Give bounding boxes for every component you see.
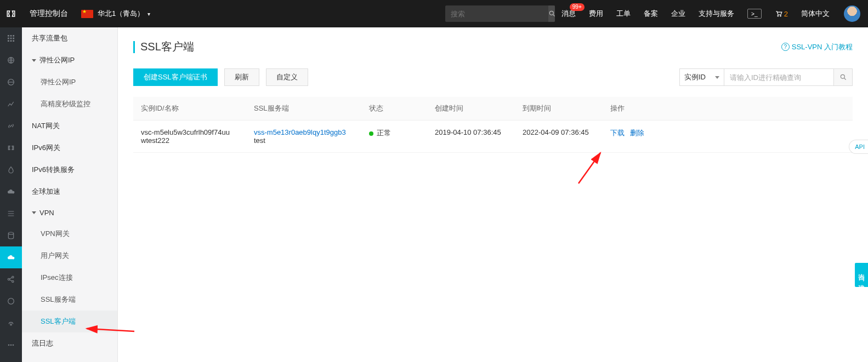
nav-messages[interactable]: 消息 99+ [555, 0, 582, 27]
sidebar-item-hp-monitor[interactable]: 高精度秒级监控 [22, 93, 117, 115]
svg-rect-6 [13, 35, 14, 37]
top-header: 管理控制台 华北1（青岛） ▾ 消息 99+ 费用 工单 备案 企业 支持与服务… [0, 0, 868, 27]
create-button[interactable]: 创建SSL客户端证书 [133, 68, 218, 86]
main-content: SSL客户端 ? SSL-VPN 入门教程 创建SSL客户端证书 刷新 自定义 … [118, 27, 868, 362]
chevron-down-icon: ▾ [147, 11, 150, 17]
sidebar-item-vpn-gw[interactable]: VPN网关 [22, 223, 117, 245]
nav-enterprise[interactable]: 企业 [665, 0, 692, 27]
col-create-time: 创建时间 [429, 97, 517, 120]
status-dot-icon [369, 131, 373, 136]
rail-globe3-icon[interactable] [0, 290, 22, 312]
instance-id: vsc-m5elu5w3cufrlh09f74uu [141, 128, 243, 136]
page-title: SSL客户端 [140, 39, 781, 54]
rail-more-icon[interactable] [0, 334, 22, 356]
rail-db-icon[interactable] [0, 225, 22, 246]
sidebar-group-label: 弹性公网IP [39, 55, 75, 65]
console-label[interactable]: 管理控制台 [22, 9, 76, 19]
svg-point-21 [8, 344, 10, 346]
sidebar-group-eip[interactable]: 弹性公网IP [22, 49, 117, 71]
brand-logo[interactable] [0, 0, 22, 27]
nav-language[interactable]: 简体中文 [795, 0, 836, 27]
ssl-server-name: test [254, 136, 358, 145]
svg-point-24 [841, 74, 844, 78]
rail-link-icon[interactable] [0, 115, 22, 137]
delete-link[interactable]: 删除 [630, 129, 644, 137]
svg-rect-9 [13, 38, 14, 39]
filter-search-button[interactable] [834, 68, 853, 86]
sidebar-group-vpn[interactable]: VPN [22, 203, 117, 223]
region-selector[interactable]: 华北1（青岛） ▾ [76, 9, 156, 19]
ssl-server-link[interactable]: vss-m5e13r0aeb9lqy1t9ggb3 [254, 128, 358, 136]
rail-globe2-icon[interactable] [0, 71, 22, 93]
chevron-down-icon [715, 76, 719, 79]
sidebar-item-global-accel[interactable]: 全球加速 [22, 181, 117, 203]
rail-share-icon[interactable] [0, 268, 22, 290]
rail-cloud-active-icon[interactable] [0, 246, 22, 268]
svg-point-15 [8, 232, 13, 234]
feedback-tab[interactable]: 咨询·建议 [855, 263, 868, 287]
col-id-name: 实例ID/名称 [133, 97, 248, 120]
col-ssl-server: SSL服务端 [248, 97, 364, 120]
sidebar-item-shared-flow[interactable]: 共享流量包 [22, 27, 117, 49]
svg-point-2 [778, 15, 779, 16]
sidebar-item-ssl-server[interactable]: SSL服务端 [22, 289, 117, 311]
rail-misc-icon[interactable] [0, 312, 22, 334]
customize-button[interactable]: 自定义 [266, 68, 308, 86]
nav-cart[interactable]: 2 [768, 0, 795, 27]
nav-ticket[interactable]: 工单 [610, 0, 637, 27]
sidebar-item-eip[interactable]: 弹性公网IP [22, 71, 117, 93]
avatar[interactable] [844, 5, 860, 22]
toolbar: 创建SSL客户端证书 刷新 自定义 实例ID [133, 68, 853, 86]
nav-support[interactable]: 支持与服务 [692, 0, 741, 27]
sidebar-item-user-gw[interactable]: 用户网关 [22, 245, 117, 267]
nav-billing[interactable]: 费用 [582, 0, 610, 27]
svg-point-3 [780, 15, 781, 16]
help-icon: ? [781, 43, 790, 51]
flag-icon [81, 10, 93, 18]
svg-point-23 [13, 344, 14, 346]
svg-point-0 [549, 11, 553, 15]
nav-cloud-shell[interactable]: >_ [741, 0, 768, 27]
cart-count: 2 [784, 10, 788, 18]
help-link[interactable]: ? SSL-VPN 入门教程 [781, 42, 853, 52]
rail-bracket-icon[interactable] [0, 137, 22, 159]
sidebar-item-ssl-client[interactable]: SSL客户端 [22, 311, 117, 332]
chevron-down-icon [32, 59, 36, 62]
sidebar-group-label: VPN [39, 209, 54, 217]
sidebar-item-ipv6gw[interactable]: IPv6网关 [22, 137, 117, 159]
refresh-button[interactable]: 刷新 [224, 68, 259, 86]
rail-globe-icon[interactable] [0, 49, 22, 71]
download-link[interactable]: 下载 [610, 129, 625, 137]
status-text: 正常 [377, 129, 391, 137]
col-status: 状态 [364, 97, 429, 120]
rail-list-icon[interactable] [0, 203, 22, 225]
global-search [445, 5, 555, 22]
sidebar-item-ipv6trans[interactable]: IPv6转换服务 [22, 159, 117, 181]
table-header-row: 实例ID/名称 SSL服务端 状态 创建时间 到期时间 操作 [133, 97, 853, 120]
instance-name: wtest222 [141, 136, 243, 145]
filter-input[interactable] [724, 68, 834, 86]
rail-apps-icon[interactable] [0, 27, 22, 49]
rail-drop-icon[interactable] [0, 159, 22, 181]
svg-rect-12 [13, 40, 14, 42]
svg-point-22 [10, 344, 12, 346]
filter-type-select[interactable]: 实例ID [679, 68, 724, 86]
rail-cloud-icon[interactable] [0, 181, 22, 203]
sidebar-item-flow-log[interactable]: 流日志 [22, 332, 117, 354]
svg-line-25 [844, 78, 846, 80]
rail-chart-icon[interactable] [0, 93, 22, 115]
search-input[interactable] [445, 10, 548, 18]
chevron-down-icon [32, 211, 36, 214]
cell-create-time: 2019-04-10 07:36:45 [429, 120, 517, 153]
filter-type-label: 实例ID [684, 72, 706, 82]
nav-beian[interactable]: 备案 [637, 0, 665, 27]
api-tab[interactable]: API [849, 140, 868, 154]
svg-rect-8 [10, 38, 12, 39]
search-button[interactable] [548, 5, 555, 22]
cell-expire-time: 2022-04-09 07:36:45 [517, 120, 605, 153]
product-sidebar: 共享流量包 弹性公网IP 弹性公网IP 高精度秒级监控 NAT网关 IPv6网关… [22, 27, 118, 362]
sidebar-item-nat[interactable]: NAT网关 [22, 115, 117, 137]
region-name: 华北1（青岛） [98, 9, 144, 19]
svg-rect-7 [8, 38, 9, 39]
sidebar-item-ipsec[interactable]: IPsec连接 [22, 267, 117, 289]
